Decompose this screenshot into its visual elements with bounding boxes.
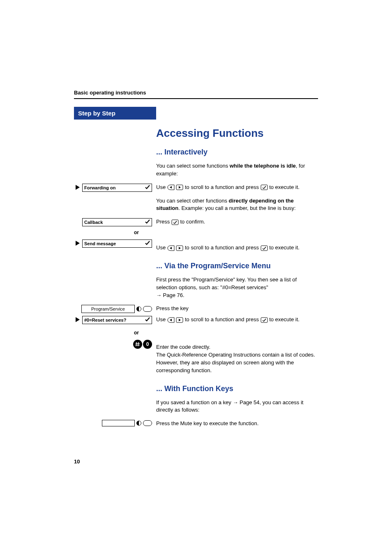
svg-marker-3 [179, 186, 181, 189]
s1-p2-pre: You can select other functions [156, 198, 229, 204]
s3-p1-link[interactable]: → Page 54 [233, 399, 259, 405]
s2-p1-link[interactable]: → Page 76. [156, 292, 184, 298]
section2-p2: Enter the code directly. The Quick-Refer… [156, 343, 318, 374]
check-key-icon [261, 245, 268, 251]
key-button-icon[interactable] [143, 306, 152, 312]
s1-instr3-mid: to scroll to a function and press [185, 244, 261, 251]
svg-line-13 [138, 342, 138, 346]
s3-p1-pre: If you saved a function on a key [156, 399, 233, 405]
right-arrow-icon [74, 184, 81, 191]
svg-marker-1 [170, 186, 172, 189]
s1-instr3-pre: Use [156, 244, 167, 251]
left-scroll-icon [167, 245, 175, 251]
svg-line-12 [136, 342, 136, 346]
section3-instr1: Press the Mute key to execute the functi… [156, 420, 318, 428]
svg-marker-0 [76, 185, 80, 190]
section1-instr2: Press to confirm. [156, 218, 318, 226]
display-callback: Callback [74, 218, 152, 226]
section2-heading: ... Via the Program/Service Menu [156, 262, 318, 270]
display-reset-services-text: #0=Reset services? [82, 316, 152, 324]
right-scroll-icon [176, 184, 183, 190]
display-send-message: Send message [74, 240, 152, 248]
section1-p1: You can select some functions while the … [156, 162, 318, 178]
svg-rect-4 [261, 185, 267, 190]
display-send-message-text: Send message [82, 240, 152, 248]
check-icon [145, 240, 150, 247]
s1-instr3-post: to execute it. [269, 244, 300, 251]
dial-keys: 0 [74, 340, 152, 349]
svg-rect-6 [172, 220, 178, 225]
section1-p1-bold: while the telephone is idle [230, 163, 296, 169]
svg-marker-5 [76, 241, 80, 246]
section2-instr1: Press the key [156, 305, 318, 313]
left-scroll-icon [167, 184, 175, 190]
s1-instr1-post: to execute it. [269, 184, 300, 190]
section1-instr3: Use to scroll to a function and press to… [156, 244, 318, 252]
section3-heading: ... With Function Keys [156, 385, 318, 393]
svg-marker-16 [170, 319, 172, 321]
section2-p1: First press the "Program/Service" key. Y… [156, 276, 318, 299]
running-header: Basic operating instructions [74, 90, 318, 99]
header-rule [74, 98, 318, 99]
zero-key[interactable]: 0 [143, 340, 152, 349]
section1-p2: You can select other functions directly … [156, 197, 318, 213]
s2-instr2-pre: Use [156, 316, 167, 322]
key-button-icon[interactable] [143, 420, 152, 426]
blank-label-box [102, 420, 135, 426]
or-text-1: or [74, 230, 152, 235]
hash-key[interactable] [133, 340, 142, 349]
program-service-key: Program/Service [74, 305, 152, 313]
display-callback-text: Callback [82, 218, 152, 226]
led-icon [136, 421, 141, 426]
right-arrow-icon [74, 240, 81, 247]
section1-instr1: Use to scroll to a function and press to… [156, 184, 318, 191]
s1-instr1-pre: Use [156, 184, 167, 190]
s1-p2-post: . Example: you call a number, but the li… [178, 205, 295, 211]
svg-marker-18 [179, 319, 181, 321]
right-scroll-icon [176, 317, 183, 323]
s1-instr2-post: to confirm. [180, 219, 205, 225]
check-key-icon [261, 317, 268, 323]
running-header-text: Basic operating instructions [74, 90, 318, 96]
program-service-label: Program/Service [81, 305, 135, 313]
function-key [74, 420, 152, 426]
svg-rect-19 [261, 318, 267, 322]
check-key-icon [171, 219, 179, 225]
section1-p1-pre: You can select some functions [156, 163, 230, 169]
display-forwarding-on-text: Forwarding on [82, 184, 152, 192]
right-scroll-icon [176, 245, 183, 251]
page-title: Accessing Functions [156, 127, 318, 140]
step-by-step-header: Step by Step [74, 107, 156, 120]
section1-heading: ... Interactively [156, 148, 318, 157]
page-number: 10 [74, 458, 80, 465]
s2-instr2-mid: to scroll to a function and press [185, 316, 261, 322]
section3-p1: If you saved a function on a key → Page … [156, 399, 318, 415]
led-icon [136, 306, 141, 311]
s1-instr1-mid: to scroll to a function and press [185, 184, 261, 190]
s1-instr2-pre: Press [156, 219, 171, 225]
svg-marker-11 [76, 317, 80, 322]
s2-instr2-post: to execute it. [269, 316, 300, 322]
left-scroll-icon [167, 317, 175, 323]
check-icon [145, 184, 150, 191]
display-forwarding-on: Forwarding on [74, 184, 152, 192]
svg-marker-7 [170, 247, 172, 249]
check-icon [145, 316, 150, 324]
right-arrow-icon [74, 317, 81, 323]
display-reset-services: #0=Reset services? [74, 316, 152, 324]
or-text-2: or [74, 330, 152, 336]
s2-p1-text: First press the "Program/Service" key. Y… [156, 276, 297, 290]
section2-instr2: Use to scroll to a function and press to… [156, 316, 318, 324]
check-key-icon [261, 184, 268, 190]
svg-marker-9 [179, 247, 181, 249]
svg-rect-10 [261, 246, 267, 251]
check-icon [145, 219, 150, 226]
